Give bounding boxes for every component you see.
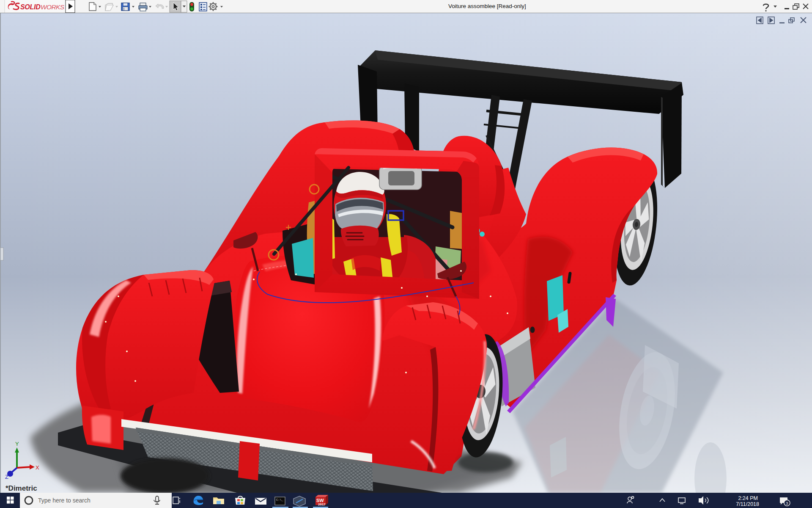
- svg-text:Type here to search: Type here to search: [38, 497, 91, 504]
- svg-text:*Dimetric: *Dimetric: [5, 484, 37, 492]
- svg-text:Y: Y: [15, 441, 19, 447]
- svg-text:Z: Z: [5, 474, 8, 480]
- svg-text:X: X: [36, 464, 39, 471]
- svg-text:2:24 PM: 2:24 PM: [738, 495, 758, 501]
- svg-text:C:\_: C:\_: [276, 498, 284, 502]
- svg-text:2017: 2017: [318, 502, 326, 506]
- svg-text:7/11/2018: 7/11/2018: [736, 501, 759, 507]
- svg-text:3: 3: [786, 501, 788, 505]
- svg-text:WORKS: WORKS: [41, 3, 65, 11]
- svg-text:SOLID: SOLID: [20, 3, 41, 11]
